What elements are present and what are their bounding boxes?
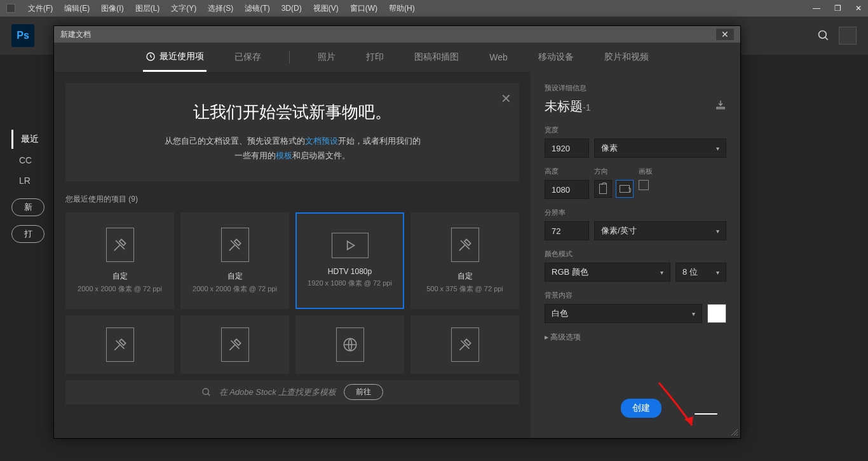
recent-cards: 自定 2000 x 2000 像素 @ 72 ppi 自定 2000 x 200… (65, 212, 519, 309)
tab-photo[interactable]: 照片 (315, 44, 338, 71)
maximize-icon[interactable]: ❐ (834, 4, 841, 13)
card-title: HDTV 1080p (328, 267, 372, 276)
dialog-titlebar: 新建文档 ✕ (54, 26, 740, 43)
adobe-stock-search: 在 Adobe Stock 上查找更多模板 前往 (65, 380, 519, 404)
menu-edit[interactable]: 编辑(E) (64, 3, 90, 14)
chevron-down-icon: ▾ (716, 269, 719, 276)
card-title: 自定 (112, 271, 128, 282)
document-number: -1 (583, 102, 590, 113)
menu-type[interactable]: 文字(Y) (171, 3, 196, 14)
width-input[interactable]: 1920 (545, 139, 589, 158)
tab-mobile[interactable]: 移动设备 (536, 44, 576, 71)
template-link[interactable]: 模板 (276, 151, 292, 160)
card-title: 自定 (458, 271, 473, 282)
recent-items-label: 您最近使用的项目 (9) (65, 194, 519, 205)
sidebar-item-lr[interactable]: LR (11, 172, 56, 189)
preset-card[interactable] (180, 315, 289, 374)
width-label: 宽度 (545, 125, 726, 135)
stock-placeholder[interactable]: 在 Adobe Stock 上查找更多模板 (219, 387, 337, 398)
clock-icon (146, 52, 156, 62)
chevron-down-icon: ▾ (716, 145, 719, 152)
save-preset-icon[interactable] (715, 99, 726, 113)
menu-3d[interactable]: 3D(D) (281, 4, 302, 13)
recent-cards-row2 (65, 315, 519, 374)
minimize-icon[interactable]: — (813, 4, 820, 13)
menu-select[interactable]: 选择(S) (208, 3, 233, 14)
search-icon[interactable] (817, 29, 830, 42)
document-name[interactable]: 未标题 (545, 98, 583, 115)
doc-icon (221, 228, 249, 262)
close-button[interactable] (695, 410, 717, 418)
background-color-swatch[interactable] (707, 304, 726, 323)
doc-icon (106, 228, 134, 262)
globe-icon (336, 327, 364, 362)
svg-marker-3 (347, 242, 354, 250)
card-subtitle: 2000 x 2000 像素 @ 72 ppi (78, 284, 162, 294)
dialog-tabs: 最近使用项 已保存 照片 打印 图稿和插图 Web 移动设备 胶片和视频 (54, 43, 740, 72)
artboard-checkbox[interactable] (639, 180, 649, 190)
menu-file[interactable]: 文件(F) (28, 3, 53, 14)
preset-card[interactable]: 自定 500 x 375 像素 @ 72 ppi (410, 212, 519, 309)
color-mode-select[interactable]: RGB 颜色▾ (545, 263, 670, 282)
card-subtitle: 500 x 375 像素 @ 72 ppi (426, 284, 503, 294)
preset-header: 预设详细信息 (545, 83, 726, 93)
stock-go-button[interactable]: 前往 (344, 384, 383, 400)
advanced-options-toggle[interactable]: ▸ 高级选项 (545, 332, 726, 343)
menu-help[interactable]: 帮助(H) (389, 3, 415, 14)
preset-card[interactable] (295, 315, 404, 374)
dialog-close-button[interactable]: ✕ (716, 29, 734, 40)
orientation-landscape[interactable] (616, 180, 634, 198)
bit-depth-select[interactable]: 8 位▾ (675, 263, 726, 282)
sidebar-item-cc[interactable]: CC (11, 151, 56, 169)
tab-film[interactable]: 胶片和视频 (602, 44, 651, 71)
card-title: 自定 (227, 271, 243, 282)
create-button[interactable]: 创建 (621, 399, 661, 418)
tab-web[interactable]: Web (487, 45, 510, 70)
new-button[interactable]: 新 (11, 198, 44, 216)
tab-recent-label: 最近使用项 (159, 51, 204, 62)
background-label: 背景内容 (545, 291, 726, 300)
welcome-heading: 让我们开始尝试新事物吧。 (82, 101, 503, 123)
card-subtitle: 2000 x 2000 像素 @ 72 ppi (193, 284, 277, 294)
orientation-label: 方向 (594, 167, 634, 176)
welcome-panel: ✕ 让我们开始尝试新事物吧。 从您自己的文档设置、预先设置格式的文档预设开始，或… (65, 83, 519, 181)
window-controls: — ❐ ✕ (813, 4, 862, 13)
welcome-close-icon[interactable]: ✕ (501, 91, 512, 106)
chevron-down-icon: ▾ (716, 228, 719, 235)
background-select[interactable]: 白色▾ (545, 304, 702, 323)
doc-icon (106, 327, 134, 362)
tab-art[interactable]: 图稿和插图 (412, 44, 461, 71)
tab-recent[interactable]: 最近使用项 (143, 43, 207, 72)
preset-card[interactable]: 自定 2000 x 2000 像素 @ 72 ppi (180, 212, 289, 309)
svg-line-6 (208, 394, 210, 396)
open-button[interactable]: 打 (11, 225, 44, 243)
user-swatch[interactable] (839, 27, 857, 45)
menu-image[interactable]: 图像(I) (101, 3, 123, 14)
app-logo (6, 4, 15, 13)
color-mode-label: 颜色模式 (545, 249, 726, 259)
preset-card[interactable] (410, 315, 519, 374)
menu-window[interactable]: 窗口(W) (350, 3, 377, 14)
orientation-portrait[interactable] (594, 180, 612, 198)
close-icon[interactable]: ✕ (855, 4, 862, 13)
tab-saved[interactable]: 已保存 (232, 44, 264, 71)
width-unit-select[interactable]: 像素▾ (594, 139, 726, 158)
menu-layer[interactable]: 图层(L) (135, 3, 160, 14)
menu-view[interactable]: 视图(V) (313, 3, 339, 14)
sidebar-item-recent[interactable]: 最近 (11, 130, 56, 149)
preset-card-hdtv[interactable]: HDTV 1080p 1920 x 1080 像素 @ 72 ppi (295, 212, 404, 309)
menu-filter[interactable]: 滤镜(T) (245, 3, 269, 14)
resize-grip[interactable] (730, 428, 738, 436)
resolution-unit-select[interactable]: 像素/英寸▾ (594, 221, 726, 240)
preset-card[interactable] (65, 315, 174, 374)
resolution-input[interactable]: 72 (545, 221, 589, 240)
resolution-label: 分辨率 (545, 208, 726, 217)
height-input[interactable]: 1080 (545, 180, 589, 199)
dialog-title: 新建文档 (60, 29, 91, 40)
tab-print[interactable]: 打印 (363, 44, 386, 71)
doc-preset-link[interactable]: 文档预设 (305, 136, 338, 146)
welcome-text: 从您自己的文档设置、预先设置格式的文档预设开始，或者利用我们的 一些有用的模板和… (82, 134, 503, 163)
preset-card[interactable]: 自定 2000 x 2000 像素 @ 72 ppi (65, 212, 174, 309)
search-icon (201, 387, 212, 397)
play-icon (332, 233, 369, 258)
